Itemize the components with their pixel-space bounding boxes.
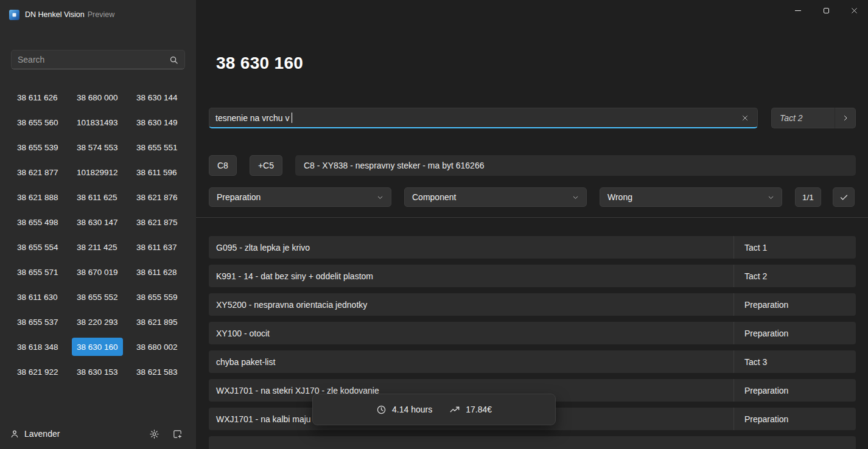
fault-tact-label: Tact 1	[733, 236, 856, 259]
order-item[interactable]: 38 611 630	[12, 288, 63, 306]
order-item[interactable]: 38 680 002	[131, 338, 183, 356]
order-item[interactable]: 38 611 637	[131, 238, 182, 256]
order-item[interactable]: 38 618 348	[12, 338, 63, 356]
order-item[interactable]: 38 630 153	[72, 363, 123, 381]
fault-tact-label: Preparation	[733, 293, 856, 316]
new-entry-button[interactable]	[168, 425, 186, 443]
maximize-button[interactable]	[812, 0, 840, 21]
order-item[interactable]: 38 630 149	[131, 113, 183, 131]
page-indicator-button[interactable]: 1/1	[795, 187, 821, 207]
order-item[interactable]: 38 655 571	[12, 263, 63, 281]
user-name-label: Lavender	[24, 429, 60, 439]
fault-tact-label: Preparation	[733, 322, 856, 344]
settings-button[interactable]	[145, 425, 163, 443]
order-item[interactable]: 38 655 498	[12, 213, 63, 231]
fault-description: K991 - 14 - dat bez siny + oddelit plast…	[209, 265, 733, 287]
tact-button[interactable]: Tact 2	[771, 108, 835, 128]
window-controls	[784, 0, 868, 21]
cost-value: 17.84€	[466, 405, 492, 414]
close-icon	[741, 114, 749, 122]
order-item[interactable]: 38 621 875	[131, 213, 183, 231]
minimize-button[interactable]	[784, 0, 812, 21]
order-item[interactable]: 38 630 160	[72, 338, 123, 356]
hours-value: 4.14 hours	[392, 405, 432, 414]
search-icon[interactable]	[169, 55, 178, 64]
fault-row[interactable]: XY5200 - nespravna orientacia jednotky P…	[209, 293, 856, 316]
app-icon	[9, 10, 19, 20]
order-item[interactable]: 38 630 144	[131, 88, 183, 106]
code-row: C8 +C5 C8 - XY838 - nespravny steker - m…	[209, 155, 856, 176]
fault-code-button[interactable]: C8	[209, 155, 237, 176]
fault-tact-label: Tact 2	[733, 265, 856, 287]
text-caret	[292, 113, 292, 123]
stage-dropdown-value: Preparation	[217, 192, 261, 202]
order-item[interactable]: 38 611 625	[72, 188, 122, 206]
order-item[interactable]: 38 680 000	[72, 88, 123, 106]
fault-tact-label: Preparation	[733, 408, 856, 430]
app-title-name: DN Henkel Vision	[25, 10, 85, 19]
clock-icon	[376, 405, 387, 415]
gear-icon	[149, 429, 159, 439]
order-item[interactable]: 38 611 596	[131, 163, 182, 181]
order-item[interactable]: 38 621 922	[12, 363, 63, 381]
order-item[interactable]: 38 655 539	[12, 138, 63, 156]
maximize-icon	[824, 8, 829, 13]
note-input[interactable]: tesnenie na vrchu v	[209, 108, 758, 128]
order-item[interactable]: 38 621 895	[131, 313, 183, 331]
status-dropdown-value: Wrong	[607, 192, 632, 202]
order-item[interactable]: 38 655 551	[131, 138, 183, 156]
order-item[interactable]: 38 621 583	[131, 363, 183, 381]
confirm-button[interactable]	[833, 187, 855, 207]
close-icon	[850, 7, 858, 15]
main-content: 38 630 160 tesnenie na vrchu v Tact 2 C8…	[196, 0, 868, 449]
note-input-value: tesnenie na vrchu v	[215, 113, 289, 123]
order-item[interactable]: 38 611 628	[131, 263, 182, 281]
status-dropdown[interactable]: Wrong	[600, 187, 782, 207]
user-icon	[10, 429, 19, 439]
cost-stat: 17.84€	[449, 404, 492, 415]
titlebar: DN Henkel VisionPreview	[0, 0, 196, 29]
fault-row[interactable]: XY100 - otocit Preparation	[209, 322, 856, 344]
order-item[interactable]: 38 655 560	[12, 113, 63, 131]
order-item[interactable]: 38 670 019	[72, 263, 123, 281]
app-title: DN Henkel VisionPreview	[25, 10, 114, 19]
search-input[interactable]	[18, 55, 169, 64]
order-item[interactable]: 38 655 559	[131, 288, 183, 306]
app-window: DN Henkel VisionPreview 38 611 62638 680…	[0, 0, 868, 449]
fault-row[interactable]: G095 - zlta lepka je krivo Tact 1	[209, 236, 856, 259]
fault-description: G095 - zlta lepka je krivo	[209, 236, 733, 259]
order-item[interactable]: 38 621 888	[12, 188, 63, 206]
fault-row-partial[interactable]	[209, 436, 856, 449]
clear-note-button[interactable]	[739, 112, 751, 124]
order-item[interactable]: 38 574 553	[72, 138, 123, 156]
category-dropdown[interactable]: Component	[404, 187, 587, 207]
order-item[interactable]: 38 621 877	[12, 163, 63, 181]
order-item[interactable]: 38 655 552	[72, 288, 123, 306]
order-item[interactable]: 38 630 147	[72, 213, 123, 231]
order-item[interactable]: 38 220 293	[72, 313, 123, 331]
order-item[interactable]: 101829912	[72, 163, 123, 181]
hours-stat: 4.14 hours	[376, 405, 432, 415]
stage-dropdown[interactable]: Preparation	[209, 187, 391, 207]
fault-row[interactable]: K991 - 14 - dat bez siny + oddelit plast…	[209, 265, 856, 287]
order-item[interactable]: 38 211 425	[72, 238, 122, 256]
secondary-code-button[interactable]: +C5	[250, 155, 282, 176]
order-item[interactable]: 38 611 626	[12, 88, 63, 106]
stats-tooltip: 4.14 hours 17.84€	[312, 394, 556, 425]
order-item[interactable]: 38 655 554	[12, 238, 63, 256]
new-entry-icon	[172, 429, 183, 439]
sidebar: DN Henkel VisionPreview 38 611 62638 680…	[0, 0, 196, 449]
chevron-down-icon	[768, 194, 774, 201]
order-item[interactable]: 101831493	[72, 113, 123, 131]
order-item[interactable]: 38 655 537	[12, 313, 63, 331]
chevron-down-icon	[377, 194, 383, 201]
trending-up-icon	[449, 404, 460, 415]
order-item[interactable]: 38 621 876	[131, 188, 183, 206]
tact-submit-button[interactable]	[835, 108, 856, 128]
fault-summary-field[interactable]: C8 - XY838 - nespravny steker - ma byt 6…	[295, 155, 856, 176]
filter-row: Preparation Component Wrong 1/1	[209, 187, 856, 207]
check-icon	[839, 193, 849, 202]
category-dropdown-value: Component	[412, 192, 456, 202]
close-button[interactable]	[840, 0, 868, 21]
fault-row[interactable]: chyba paket-list Tact 3	[209, 350, 856, 373]
